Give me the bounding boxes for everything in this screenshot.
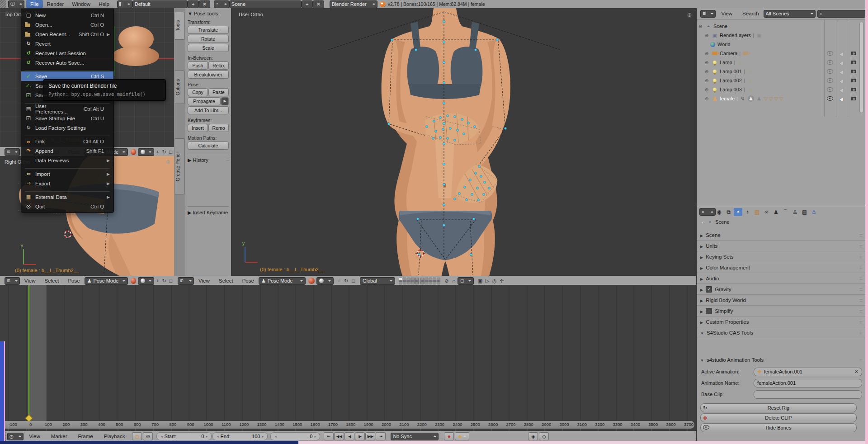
paste-pose-button[interactable]: Paste xyxy=(208,88,229,96)
file-menu-item[interactable]: Save Startup File Ctrl U ▶ xyxy=(21,113,113,123)
tab-grease-pencil[interactable]: Grease Pencil xyxy=(175,138,185,194)
file-menu-item[interactable]: Revert ▶ xyxy=(21,39,113,48)
menu-window[interactable]: Window xyxy=(68,0,94,8)
hide-eye-icon[interactable] xyxy=(825,58,835,67)
editor-type-info-button[interactable]: ⓘ xyxy=(8,0,24,8)
menu-help[interactable]: Help xyxy=(94,0,113,8)
render-restrict-icon[interactable] xyxy=(849,58,859,67)
translate-button[interactable]: Translate xyxy=(188,26,229,34)
outliner-row-lamp003[interactable]: ⊕Lamp.003 | xyxy=(705,85,827,94)
expander-icon[interactable]: ⊖ xyxy=(698,24,703,29)
tab-physics[interactable]: ▩ xyxy=(800,208,809,216)
next-keyframe[interactable]: ▶▶ xyxy=(365,432,375,440)
play-reverse[interactable]: ◀ xyxy=(344,432,354,440)
outliner-search-input[interactable]: ⌕ xyxy=(817,10,866,18)
file-menu-item[interactable]: Append Shift F1 ▶ xyxy=(21,146,113,156)
editor-type-outliner-button[interactable]: ≣ xyxy=(700,10,716,18)
outliner-row-scene[interactable]: ⊖Scene xyxy=(698,22,821,31)
panel-header[interactable]: Rigid Body World :::: xyxy=(697,295,866,306)
tab-bone-constraints[interactable]: ♙ xyxy=(791,208,799,216)
close-scene-button[interactable]: ✕ xyxy=(313,0,324,8)
outliner-row-female[interactable]: ⊕female | ▽▽▽▽ xyxy=(705,94,827,103)
propagate-options-arrow[interactable]: ▶ xyxy=(221,97,229,105)
active-animation-field[interactable]: ❖ femaleAction.001 ✕ xyxy=(754,368,862,376)
file-menu-item[interactable]: Recover Auto Save... ▶ xyxy=(21,58,113,67)
hide-bones-button[interactable]: Hide Bones xyxy=(700,423,857,432)
panel-header[interactable]: Color Management :::: xyxy=(697,262,866,273)
render-restrict-icon[interactable] xyxy=(849,85,859,94)
hide-eye-icon[interactable] xyxy=(825,85,835,94)
selectable-arrow-icon[interactable]: ▶ xyxy=(837,49,847,58)
orientation-axis-icon[interactable]: ✢ xyxy=(498,278,505,284)
panel-header[interactable]: S4Studio CAS Tools :::: xyxy=(697,327,866,338)
outliner-row-world[interactable]: World xyxy=(709,40,831,49)
selectable-arrow-icon[interactable]: ▶ xyxy=(837,58,847,67)
file-menu-item[interactable]: Link Ctrl Alt O ▶ xyxy=(21,137,113,146)
screen-layout-field[interactable]: Default xyxy=(132,0,188,8)
expander-icon[interactable]: ⊕ xyxy=(705,51,710,56)
menu-render[interactable]: Render xyxy=(43,0,68,8)
expander-icon[interactable]: ⊕ xyxy=(705,96,710,101)
transform-orientation-dropdown[interactable]: Global xyxy=(360,277,395,285)
auto-keyframe-record-button[interactable]: ● xyxy=(444,432,454,440)
tab-object[interactable]: ▧ xyxy=(753,208,761,216)
add-layout-button[interactable]: + xyxy=(188,0,199,8)
select-menu[interactable]: Select xyxy=(40,277,63,285)
editor-type-button[interactable]: ⊞ xyxy=(5,277,20,285)
manipulator-rotate-icon[interactable]: ↻ xyxy=(161,149,168,156)
prev-keyframe[interactable]: ◀◀ xyxy=(334,432,344,440)
selectable-arrow-icon[interactable]: ▶ xyxy=(837,76,847,85)
render-engine-dropdown[interactable]: Blender Render xyxy=(330,0,377,8)
outliner-scope-dropdown[interactable]: All Scenes xyxy=(764,10,816,18)
close-layout-button[interactable]: ✕ xyxy=(199,0,210,8)
pin-icon[interactable]: ➢ xyxy=(699,218,706,226)
snap-magnet-icon[interactable]: ∩ xyxy=(450,278,458,284)
propagate-button[interactable]: Propagate xyxy=(188,97,221,105)
manipulator-translate-icon[interactable]: + xyxy=(335,278,343,284)
outliner-view-menu[interactable]: View xyxy=(716,9,738,18)
panel-header[interactable]: Scene :::: xyxy=(697,230,866,241)
hide-eye-icon[interactable] xyxy=(825,76,835,85)
panel-header[interactable]: Audio :::: xyxy=(697,273,866,284)
red-sphere-button[interactable] xyxy=(131,278,137,284)
editor-type-button[interactable]: ⊞ xyxy=(5,148,20,156)
panel-history[interactable]: ▶ History:::: xyxy=(188,154,229,163)
start-frame-field[interactable]: ◂Start: 0▸ xyxy=(156,432,212,440)
tab-tools[interactable]: Tools xyxy=(175,12,185,40)
red-sphere-button[interactable] xyxy=(131,149,137,155)
viewport-main[interactable]: User Ortho xyxy=(231,8,696,276)
scale-button[interactable]: Scale xyxy=(188,44,229,52)
file-menu-item[interactable]: ▶ xyxy=(25,165,110,169)
tab-render[interactable]: ◉ xyxy=(715,208,723,216)
select-menu[interactable]: Select xyxy=(214,277,238,285)
copy-pose-button[interactable]: Copy xyxy=(188,88,208,96)
timeline-frame-menu[interactable]: Frame xyxy=(73,432,99,441)
timeline-marker-menu[interactable]: Marker xyxy=(46,432,73,441)
expander-icon[interactable]: ⊕ xyxy=(705,60,710,65)
scene-icon-button[interactable]: ◓ xyxy=(214,0,229,8)
viewport-shading-dropdown[interactable] xyxy=(316,277,334,285)
pose-menu[interactable]: Pose xyxy=(63,277,84,285)
screen-layout-icon-button[interactable] xyxy=(117,0,132,8)
file-menu-item[interactable]: ▶ xyxy=(25,68,110,71)
insert-keyframe-icon-button[interactable]: ◈ xyxy=(528,432,538,440)
panel-pose-tools[interactable]: ▼ Pose Tools: xyxy=(188,11,229,16)
manipulator-scale-icon[interactable]: □ xyxy=(350,278,357,284)
file-menu-item[interactable]: Recover Last Session ▶ xyxy=(21,48,113,58)
file-menu-item[interactable]: ▶ xyxy=(25,133,110,136)
current-frame-playhead[interactable] xyxy=(28,285,30,421)
keying-set-dropdown[interactable]: ◆ xyxy=(455,432,469,440)
tab-scene[interactable]: ◓ xyxy=(734,208,742,216)
render-restrict-icon[interactable] xyxy=(849,49,859,58)
viewport-shading-dropdown[interactable] xyxy=(138,277,154,285)
remove-keyframe-button[interactable]: Remo xyxy=(208,124,229,132)
panel-header[interactable]: Keying Sets :::: xyxy=(697,251,866,262)
breakdowner-button[interactable]: Breakdowner xyxy=(188,71,229,79)
manipulator-rotate-icon[interactable]: ↻ xyxy=(343,278,350,284)
scene-name-field[interactable]: Scene xyxy=(229,0,302,8)
tab-render-layers[interactable]: ⧉ xyxy=(724,208,733,216)
selectable-arrow-icon[interactable]: ▶ xyxy=(837,85,847,94)
red-sphere-button[interactable] xyxy=(308,278,315,284)
expander-icon[interactable]: ⊕ xyxy=(705,78,710,83)
selectable-arrow-icon[interactable]: ▶ xyxy=(837,94,847,103)
